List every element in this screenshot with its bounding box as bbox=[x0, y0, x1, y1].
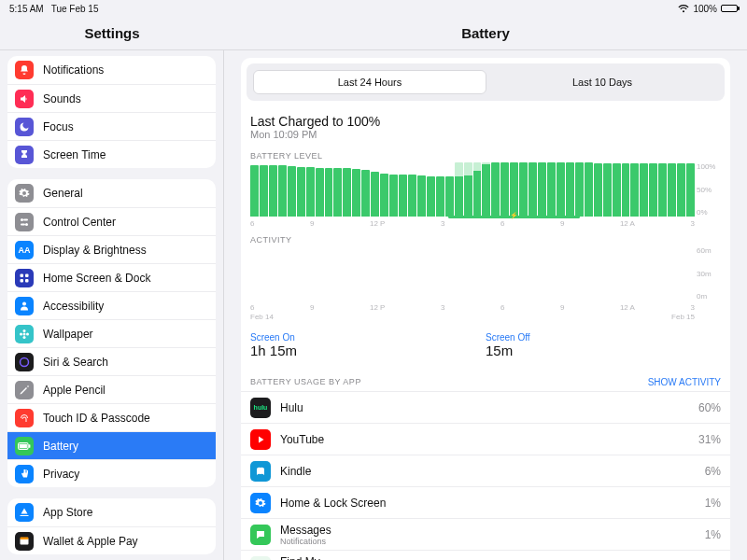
svg-point-2 bbox=[25, 223, 28, 226]
app-percentage: 1% bbox=[705, 528, 721, 541]
activity-date-right: Feb 15 bbox=[671, 313, 695, 321]
bubble-icon bbox=[250, 525, 271, 545]
last-charged-time: Mon 10:09 PM bbox=[250, 129, 721, 140]
grid-icon bbox=[15, 269, 34, 287]
svg-point-12 bbox=[20, 332, 22, 335]
battery-level-chart: 100%50%0% 6912 P36912 A3 bbox=[250, 162, 721, 228]
sidebar-item-sounds[interactable]: Sounds bbox=[7, 84, 216, 112]
svg-rect-16 bbox=[20, 443, 27, 448]
sidebar-item-label: Screen Time bbox=[43, 148, 106, 161]
svg-rect-5 bbox=[25, 273, 29, 277]
pencil-icon bbox=[15, 381, 34, 399]
usage-by-app-label: BATTERY USAGE BY APP bbox=[250, 377, 361, 387]
sidebar-item-focus[interactable]: Focus bbox=[7, 112, 216, 140]
svg-point-14 bbox=[21, 357, 29, 366]
activity-label: ACTIVITY bbox=[241, 228, 730, 246]
app-percentage: 31% bbox=[698, 433, 721, 446]
sidebar-item-touchid[interactable]: Touch ID & Passcode bbox=[7, 403, 216, 431]
sidebar-item-accessibility[interactable]: Accessibility bbox=[7, 291, 216, 319]
battery-icon bbox=[15, 437, 34, 455]
sidebar-item-label: Control Center bbox=[43, 216, 116, 229]
sidebar-item-appstore[interactable]: App Store bbox=[7, 498, 216, 526]
moon-icon bbox=[15, 118, 34, 136]
AA-icon: AA bbox=[15, 241, 34, 259]
sidebar-item-control[interactable]: Control Center bbox=[7, 207, 216, 235]
status-date: Tue Feb 15 bbox=[51, 4, 99, 14]
app-name: Messages bbox=[280, 524, 696, 537]
app-percentage: 60% bbox=[698, 401, 721, 414]
sidebar-item-siri[interactable]: Siri & Search bbox=[7, 347, 216, 375]
sidebar-item-label: Wallpaper bbox=[43, 328, 93, 341]
app-row[interactable]: MessagesNotifications1% bbox=[241, 518, 730, 550]
app-subtitle: Notifications bbox=[280, 537, 696, 546]
app-percentage: 6% bbox=[705, 465, 721, 478]
svg-rect-4 bbox=[21, 273, 24, 277]
header-page-title: Battery bbox=[224, 17, 747, 49]
seg-last-10d[interactable]: Last 10 Days bbox=[486, 70, 718, 94]
svg-rect-17 bbox=[29, 444, 31, 448]
app-name: YouTube bbox=[280, 433, 689, 446]
sidebar-item-label: Privacy bbox=[43, 468, 79, 481]
activity-date-left: Feb 14 bbox=[250, 313, 274, 321]
sidebar-item-display[interactable]: AADisplay & Brightness bbox=[7, 235, 216, 263]
app-name: Kindle bbox=[280, 465, 696, 478]
gear-icon bbox=[15, 184, 34, 203]
sidebar-item-privacy[interactable]: Privacy bbox=[7, 459, 216, 487]
screen-on-value: 1h 15m bbox=[250, 343, 486, 358]
svg-rect-6 bbox=[21, 279, 24, 283]
screen-on-label: Screen On bbox=[250, 332, 486, 343]
gear-icon bbox=[250, 493, 271, 513]
switches-icon bbox=[15, 213, 34, 231]
finger-icon bbox=[15, 409, 34, 427]
battery-icon bbox=[721, 5, 738, 12]
sidebar-item-notifications[interactable]: Notifications bbox=[7, 56, 216, 84]
sidebar-item-label: Wallet & Apple Pay bbox=[43, 535, 138, 548]
hourglass-icon bbox=[15, 146, 34, 164]
speaker-icon bbox=[15, 90, 34, 108]
sidebar-item-label: Display & Brightness bbox=[43, 244, 147, 257]
battery-content[interactable]: Last 24 Hours Last 10 Days Last Charged … bbox=[224, 50, 747, 560]
svg-rect-7 bbox=[25, 279, 29, 283]
sidebar-item-pencil[interactable]: Apple Pencil bbox=[7, 375, 216, 403]
sidebar-item-home[interactable]: Home Screen & Dock bbox=[7, 263, 216, 291]
svg-point-8 bbox=[22, 301, 26, 305]
app-row[interactable]: Kindle6% bbox=[241, 455, 730, 486]
sidebar-item-wallpaper[interactable]: Wallpaper bbox=[7, 319, 216, 347]
app-row[interactable]: YouTube31% bbox=[241, 423, 730, 455]
hand-icon bbox=[15, 465, 34, 483]
sidebar-item-general[interactable]: General bbox=[7, 179, 216, 207]
app-percentage: 1% bbox=[705, 497, 721, 510]
wifi-icon bbox=[678, 5, 689, 13]
activity-chart: 60m30m0m 6912 P36912 A3 Feb 14Feb 15 bbox=[250, 246, 721, 321]
settings-sidebar[interactable]: NotificationsSoundsFocusScreen Time Gene… bbox=[0, 50, 224, 560]
app-row[interactable]: Home & Lock Screen1% bbox=[241, 486, 730, 518]
svg-rect-1 bbox=[23, 218, 28, 220]
sidebar-item-screentime[interactable]: Screen Time bbox=[7, 140, 216, 168]
app-row[interactable]: Find MyBackground Activity1% bbox=[241, 550, 730, 560]
play-icon bbox=[250, 429, 271, 450]
app-row[interactable]: huluHulu60% bbox=[241, 391, 730, 423]
sidebar-item-wallet[interactable]: Wallet & Apple Pay bbox=[7, 526, 216, 554]
time-range-segment[interactable]: Last 24 Hours Last 10 Days bbox=[248, 65, 723, 99]
sidebar-item-label: General bbox=[43, 187, 83, 200]
svg-point-0 bbox=[21, 218, 23, 221]
show-activity-button[interactable]: SHOW ACTIVITY bbox=[648, 377, 721, 387]
wallet-icon bbox=[15, 532, 34, 551]
app-name: Home & Lock Screen bbox=[280, 497, 696, 510]
radar-icon bbox=[250, 556, 271, 561]
sidebar-item-label: Siri & Search bbox=[43, 356, 108, 369]
sidebar-item-label: Focus bbox=[43, 120, 74, 133]
sidebar-item-label: Sounds bbox=[43, 92, 81, 105]
svg-rect-3 bbox=[21, 223, 25, 225]
sidebar-item-label: Battery bbox=[43, 440, 78, 453]
siri-icon bbox=[15, 353, 34, 371]
sidebar-item-battery[interactable]: Battery bbox=[7, 431, 216, 459]
sidebar-item-label: Accessibility bbox=[43, 300, 104, 313]
screen-off-label: Screen Off bbox=[486, 332, 721, 343]
sidebar-item-label: Touch ID & Passcode bbox=[43, 412, 150, 425]
book-icon bbox=[250, 461, 271, 482]
svg-point-11 bbox=[23, 336, 26, 339]
seg-last-24h[interactable]: Last 24 Hours bbox=[253, 70, 486, 94]
astore-icon bbox=[15, 503, 34, 522]
charging-indicator bbox=[448, 216, 580, 218]
